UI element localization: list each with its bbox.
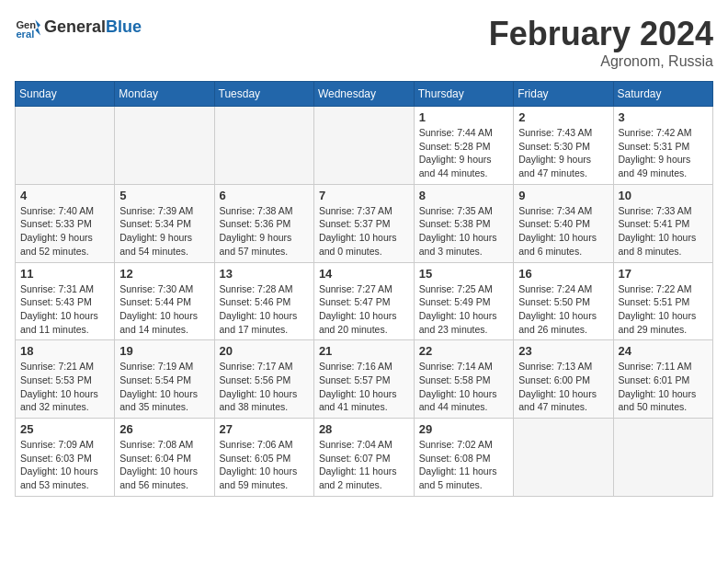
calendar-cell: 15Sunrise: 7:25 AMSunset: 5:49 PMDayligh… (414, 262, 513, 340)
week-row-1: 4Sunrise: 7:40 AMSunset: 5:33 PMDaylight… (16, 184, 713, 262)
day-info: Sunrise: 7:28 AMSunset: 5:46 PMDaylight:… (220, 282, 309, 337)
day-info: Sunrise: 7:14 AMSunset: 5:58 PMDaylight:… (419, 360, 508, 414)
weekday-header-wednesday: Wednesday (313, 82, 414, 107)
day-info: Sunrise: 7:19 AMSunset: 5:54 PMDaylight:… (119, 360, 209, 414)
day-number: 20 (220, 344, 309, 358)
logo-icon: Gen eral (15, 15, 40, 40)
weekday-header-thursday: Thursday (414, 82, 513, 107)
day-number: 9 (518, 189, 608, 202)
calendar-cell: 12Sunrise: 7:30 AMSunset: 5:44 PMDayligh… (115, 262, 214, 340)
calendar-cell (16, 107, 115, 185)
day-number: 13 (220, 267, 309, 281)
calendar-cell: 11Sunrise: 7:31 AMSunset: 5:43 PMDayligh… (16, 262, 115, 340)
day-number: 6 (220, 189, 309, 202)
calendar-cell: 4Sunrise: 7:40 AMSunset: 5:33 PMDaylight… (16, 184, 115, 262)
calendar-cell: 25Sunrise: 7:09 AMSunset: 6:03 PMDayligh… (16, 419, 115, 497)
day-info: Sunrise: 7:08 AMSunset: 6:04 PMDaylight:… (119, 438, 209, 492)
day-info: Sunrise: 7:44 AMSunset: 5:28 PMDaylight:… (419, 126, 508, 180)
calendar-cell: 14Sunrise: 7:27 AMSunset: 5:47 PMDayligh… (313, 262, 414, 340)
calendar-cell: 29Sunrise: 7:02 AMSunset: 6:08 PMDayligh… (414, 419, 513, 497)
day-number: 7 (319, 189, 409, 202)
day-number: 25 (20, 422, 109, 436)
header: Gen eral GeneralBlue February 2024 Agron… (15, 15, 713, 70)
day-number: 19 (119, 344, 209, 358)
week-row-4: 25Sunrise: 7:09 AMSunset: 6:03 PMDayligh… (16, 419, 713, 497)
calendar-title: February 2024 (489, 15, 713, 53)
day-number: 29 (419, 422, 508, 436)
day-number: 21 (319, 344, 409, 358)
day-info: Sunrise: 7:24 AMSunset: 5:50 PMDaylight:… (518, 282, 608, 337)
day-info: Sunrise: 7:35 AMSunset: 5:38 PMDaylight:… (419, 204, 508, 259)
calendar-cell: 10Sunrise: 7:33 AMSunset: 5:41 PMDayligh… (613, 184, 712, 262)
day-info: Sunrise: 7:31 AMSunset: 5:43 PMDaylight:… (20, 282, 109, 337)
day-number: 1 (419, 110, 508, 124)
calendar-cell: 5Sunrise: 7:39 AMSunset: 5:34 PMDaylight… (115, 184, 214, 262)
day-number: 28 (319, 422, 409, 436)
week-row-0: 1Sunrise: 7:44 AMSunset: 5:28 PMDaylight… (16, 107, 713, 185)
calendar-cell: 20Sunrise: 7:17 AMSunset: 5:56 PMDayligh… (214, 340, 313, 419)
day-info: Sunrise: 7:25 AMSunset: 5:49 PMDaylight:… (419, 282, 508, 337)
title-section: February 2024 Agronom, Russia (489, 15, 713, 70)
calendar-cell: 7Sunrise: 7:37 AMSunset: 5:37 PMDaylight… (313, 184, 414, 262)
day-info: Sunrise: 7:33 AMSunset: 5:41 PMDaylight:… (619, 204, 708, 259)
day-info: Sunrise: 7:02 AMSunset: 6:08 PMDaylight:… (419, 438, 508, 492)
logo-text: GeneralBlue (44, 18, 142, 37)
calendar-cell: 6Sunrise: 7:38 AMSunset: 5:36 PMDaylight… (214, 184, 313, 262)
day-info: Sunrise: 7:30 AMSunset: 5:44 PMDaylight:… (119, 282, 209, 337)
day-number: 10 (619, 189, 708, 202)
day-info: Sunrise: 7:04 AMSunset: 6:07 PMDaylight:… (319, 438, 409, 492)
day-info: Sunrise: 7:27 AMSunset: 5:47 PMDaylight:… (319, 282, 409, 337)
logo-blue: Blue (106, 17, 142, 36)
day-info: Sunrise: 7:40 AMSunset: 5:33 PMDaylight:… (20, 204, 109, 259)
day-info: Sunrise: 7:43 AMSunset: 5:30 PMDaylight:… (518, 126, 608, 180)
day-number: 11 (20, 267, 109, 281)
calendar-table: SundayMondayTuesdayWednesdayThursdayFrid… (15, 81, 713, 497)
logo-general: General (44, 17, 106, 36)
calendar-cell: 28Sunrise: 7:04 AMSunset: 6:07 PMDayligh… (313, 419, 414, 497)
day-info: Sunrise: 7:42 AMSunset: 5:31 PMDaylight:… (619, 126, 708, 180)
day-number: 14 (319, 267, 409, 281)
day-number: 23 (518, 344, 608, 358)
day-number: 18 (20, 344, 109, 358)
logo: Gen eral GeneralBlue (15, 15, 142, 40)
weekday-header-saturday: Saturday (613, 82, 712, 107)
day-info: Sunrise: 7:37 AMSunset: 5:37 PMDaylight:… (319, 204, 409, 259)
calendar-cell: 17Sunrise: 7:22 AMSunset: 5:51 PMDayligh… (613, 262, 712, 340)
weekday-header-friday: Friday (514, 82, 613, 107)
calendar-cell: 22Sunrise: 7:14 AMSunset: 5:58 PMDayligh… (414, 340, 513, 419)
calendar-cell (613, 419, 712, 497)
calendar-cell: 27Sunrise: 7:06 AMSunset: 6:05 PMDayligh… (214, 419, 313, 497)
calendar-cell: 24Sunrise: 7:11 AMSunset: 6:01 PMDayligh… (613, 340, 712, 419)
calendar-cell (514, 419, 613, 497)
day-number: 24 (619, 344, 708, 358)
day-info: Sunrise: 7:11 AMSunset: 6:01 PMDaylight:… (619, 360, 708, 414)
calendar-cell: 16Sunrise: 7:24 AMSunset: 5:50 PMDayligh… (514, 262, 613, 340)
calendar-cell: 18Sunrise: 7:21 AMSunset: 5:53 PMDayligh… (16, 340, 115, 419)
day-number: 12 (119, 267, 209, 281)
svg-text:eral: eral (16, 29, 34, 40)
weekday-header-tuesday: Tuesday (214, 82, 313, 107)
calendar-cell: 1Sunrise: 7:44 AMSunset: 5:28 PMDaylight… (414, 107, 513, 185)
calendar-cell: 3Sunrise: 7:42 AMSunset: 5:31 PMDaylight… (613, 107, 712, 185)
day-info: Sunrise: 7:38 AMSunset: 5:36 PMDaylight:… (220, 204, 309, 259)
day-number: 17 (619, 267, 708, 281)
day-number: 8 (419, 189, 508, 202)
day-info: Sunrise: 7:34 AMSunset: 5:40 PMDaylight:… (518, 204, 608, 259)
day-number: 15 (419, 267, 508, 281)
day-number: 5 (119, 189, 209, 202)
calendar-cell: 2Sunrise: 7:43 AMSunset: 5:30 PMDaylight… (514, 107, 613, 185)
calendar-cell: 13Sunrise: 7:28 AMSunset: 5:46 PMDayligh… (214, 262, 313, 340)
calendar-cell: 19Sunrise: 7:19 AMSunset: 5:54 PMDayligh… (115, 340, 214, 419)
calendar-cell: 26Sunrise: 7:08 AMSunset: 6:04 PMDayligh… (115, 419, 214, 497)
day-number: 22 (419, 344, 508, 358)
day-info: Sunrise: 7:39 AMSunset: 5:34 PMDaylight:… (119, 204, 209, 259)
calendar-cell: 9Sunrise: 7:34 AMSunset: 5:40 PMDaylight… (514, 184, 613, 262)
svg-marker-2 (35, 20, 40, 36)
calendar-subtitle: Agronom, Russia (489, 53, 713, 70)
calendar-cell (313, 107, 414, 185)
day-info: Sunrise: 7:13 AMSunset: 6:00 PMDaylight:… (518, 360, 608, 414)
calendar-cell: 8Sunrise: 7:35 AMSunset: 5:38 PMDaylight… (414, 184, 513, 262)
weekday-header-sunday: Sunday (16, 82, 115, 107)
day-number: 4 (20, 189, 109, 202)
weekday-header-row: SundayMondayTuesdayWednesdayThursdayFrid… (16, 82, 713, 107)
